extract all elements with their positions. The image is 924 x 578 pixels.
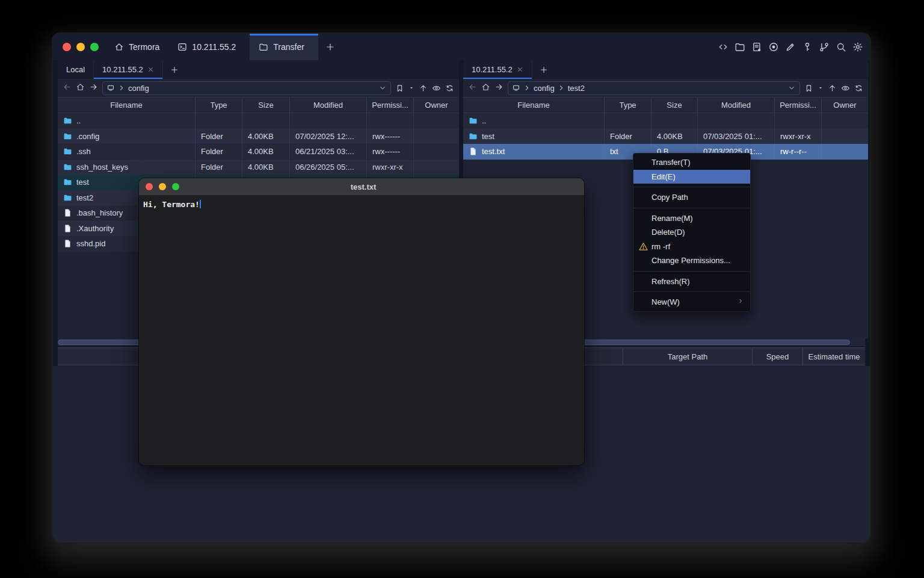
permissions-cell: rwx------ [367, 129, 414, 144]
key-icon [802, 42, 813, 52]
menu-item-change-permissions-[interactable]: Change Permissions... [633, 253, 750, 268]
column-header-modified[interactable]: Modified [290, 98, 367, 113]
column-header-owner[interactable]: Owner [822, 98, 868, 113]
modified-cell [698, 113, 775, 129]
home-icon-button[interactable] [481, 82, 490, 94]
column-header-type[interactable]: Type [196, 98, 242, 113]
column-header-permissi-[interactable]: Permissi... [775, 98, 822, 113]
new-tab-button[interactable] [318, 34, 342, 60]
size-cell: 4.00KB [242, 144, 290, 160]
file-row--ssh[interactable]: .sshFolder4.00KB06/21/2025 03:...rwx----… [58, 144, 459, 160]
folder-file-icon [63, 132, 72, 141]
column-header-modified[interactable]: Modified [698, 98, 775, 113]
code-icon-button[interactable] [718, 42, 728, 52]
editor-close-button[interactable] [146, 183, 153, 190]
close-window-button[interactable] [63, 43, 71, 51]
panel-tab-local[interactable]: Local [58, 60, 94, 79]
panel-tab-close-button[interactable] [147, 66, 154, 73]
column-header-type[interactable]: Type [605, 98, 651, 113]
folder-icon-button[interactable] [735, 42, 745, 52]
menu-item-label: Copy Path [651, 193, 688, 202]
file-file-icon [63, 208, 72, 217]
zoom-window-button[interactable] [90, 43, 99, 51]
menu-item-refresh-r-[interactable]: Refresh(R) [633, 275, 750, 289]
menu-item-label: Delete(D) [651, 228, 685, 237]
column-header-permissi-[interactable]: Permissi... [367, 98, 414, 113]
chevron-down-icon[interactable] [787, 84, 796, 92]
menu-item-rm-rf[interactable]: rm -rf [633, 240, 750, 254]
app-tab-termora[interactable]: Termora [105, 34, 168, 60]
file-row--[interactable]: .. [463, 113, 868, 129]
column-header-size[interactable]: Size [651, 98, 698, 113]
path-segment[interactable]: config [128, 84, 149, 93]
up-icon-button[interactable] [419, 84, 428, 93]
refresh-icon-button[interactable] [854, 84, 863, 93]
menu-item-delete-d-[interactable]: Delete(D) [633, 225, 750, 240]
owner-cell [822, 113, 868, 129]
path-bar[interactable]: configtest2 [508, 81, 800, 95]
panel-new-tab-button[interactable] [163, 60, 186, 79]
filename-text: .Xauthority [76, 224, 114, 233]
file-row-ssh-host-keys[interactable]: ssh_host_keysFolder4.00KB06/26/2025 05:.… [58, 160, 459, 175]
file-row-test[interactable]: testFolder4.00KB07/03/2025 01:...rwxr-xr… [463, 129, 868, 144]
up-icon-button[interactable] [828, 84, 837, 93]
panel-new-tab-button[interactable] [532, 60, 555, 79]
file-row--config[interactable]: .configFolder4.00KB07/02/2025 12:...rwx-… [58, 129, 459, 144]
pencil-icon-button[interactable] [785, 42, 796, 52]
key-icon-button[interactable] [802, 42, 813, 52]
column-header-filename[interactable]: Filename [58, 98, 196, 113]
home-icon-button[interactable] [76, 82, 85, 94]
record-icon-button[interactable] [768, 42, 779, 52]
editor-zoom-button[interactable] [172, 183, 179, 190]
back-icon-button[interactable] [63, 82, 72, 94]
home-icon [114, 42, 124, 52]
chevron-right-icon [117, 84, 126, 92]
menu-item-new-w-[interactable]: New(W) [633, 295, 750, 309]
type-cell: Folder [196, 144, 242, 160]
chevron-down-icon[interactable] [378, 84, 387, 92]
column-header-size[interactable]: Size [242, 98, 290, 113]
notebook-icon-button[interactable] [751, 42, 762, 52]
transfer-column-estimated-time[interactable]: Estimated time [802, 348, 865, 365]
filename-text: .ssh [76, 147, 91, 156]
editor-titlebar[interactable]: test.txt [139, 178, 584, 195]
column-header-owner[interactable]: Owner [414, 98, 459, 113]
path-bar[interactable]: config [102, 81, 391, 95]
bookmark-icon-button[interactable] [395, 84, 404, 93]
app-tab-10-211-55-2[interactable]: 10.211.55.2 [168, 34, 250, 60]
panel-tab-close-button[interactable] [517, 66, 523, 73]
branch-icon-button[interactable] [819, 42, 830, 52]
forward-icon-button[interactable] [494, 82, 504, 94]
forward-icon-button[interactable] [89, 82, 98, 94]
editor-minimize-button[interactable] [159, 183, 166, 190]
path-segment[interactable]: test2 [568, 84, 585, 93]
menu-item-edit-e-[interactable]: Edit(E) [633, 170, 750, 184]
show-hidden-icon-button[interactable] [841, 84, 850, 93]
menu-item-rename-m-[interactable]: Rename(M) [633, 211, 750, 226]
minimize-window-button[interactable] [76, 43, 85, 51]
back-icon-button[interactable] [468, 82, 477, 94]
gear-icon [852, 42, 863, 52]
transfer-column-target-path[interactable]: Target Path [623, 348, 752, 365]
bookmark-icon-button[interactable] [804, 84, 813, 93]
app-tab-transfer[interactable]: Transfer [250, 34, 318, 60]
panel-tab-10-211-55-2[interactable]: 10.211.55.2 [94, 60, 163, 79]
search-icon-button[interactable] [836, 42, 846, 52]
panel-tab-10-211-55-2[interactable]: 10.211.55.2 [463, 60, 532, 79]
show-hidden-icon-button[interactable] [432, 84, 441, 93]
column-header-filename[interactable]: Filename [463, 98, 605, 113]
text-cursor [200, 200, 201, 208]
menu-item-copy-path[interactable]: Copy Path [633, 190, 750, 205]
gear-icon-button[interactable] [852, 42, 863, 52]
path-segment[interactable]: config [534, 84, 555, 93]
menu-item-transfer-t-[interactable]: Transfer(T) [633, 155, 750, 170]
transfer-column-speed[interactable]: Speed [752, 348, 802, 365]
caret-down-icon-button[interactable] [408, 85, 414, 91]
refresh-icon-button[interactable] [445, 84, 454, 93]
file-row--[interactable]: .. [58, 113, 459, 129]
panel-tab-label: 10.211.55.2 [472, 65, 513, 74]
editor-content[interactable]: Hi, Termora! [139, 195, 584, 465]
caret-down-icon-button[interactable] [818, 85, 824, 91]
size-cell [242, 113, 290, 129]
filename-text: test [482, 132, 494, 141]
